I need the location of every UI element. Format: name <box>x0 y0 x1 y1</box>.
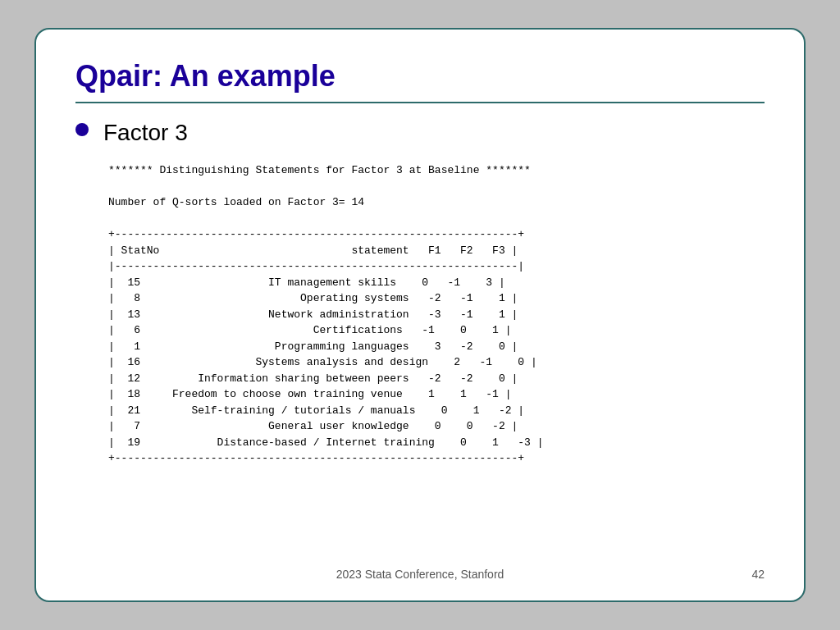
slide-title: Qpair: An example <box>75 59 765 94</box>
slide: Qpair: An example Factor 3 ******* Disti… <box>34 28 806 602</box>
table-row-4: | 1 Programming languages 3 -2 0 | <box>108 340 518 353</box>
title-divider <box>75 102 765 103</box>
table-row-6: | 12 Information sharing between peers -… <box>108 372 518 385</box>
table-row-5: | 16 Systems analysis and design 2 -1 0 … <box>108 356 537 368</box>
table-row-1: | 8 Operating systems -2 -1 1 | <box>108 292 518 304</box>
table-col-divider: |---------------------------------------… <box>108 260 524 272</box>
table-col-header: | StatNo statement F1 F2 F3 | <box>108 244 518 257</box>
table-row-10: | 19 Distance-based / Internet training … <box>108 436 544 449</box>
table-row-2: | 13 Network administration -3 -1 1 | <box>108 308 518 321</box>
table-row-7: | 18 Freedom to choose own training venu… <box>108 388 511 400</box>
footer-conference: 2023 Stata Conference, Stanford <box>125 568 715 581</box>
table-row-3: | 6 Certifications -1 0 1 | <box>108 324 511 336</box>
table-row-9: | 7 General user knowledge 0 0 -2 | <box>108 420 518 432</box>
content-area: Factor 3 ******* Distinguishing Statemen… <box>75 120 765 559</box>
footer-page: 42 <box>715 568 765 581</box>
table-top-border: +---------------------------------------… <box>108 228 524 240</box>
code-header1: ******* Distinguishing Statements for Fa… <box>108 164 531 176</box>
table-row-8: | 21 Self-training / tutorials / manuals… <box>108 404 524 417</box>
code-block: ******* Distinguishing Statements for Fa… <box>108 162 765 467</box>
table-bottom-border: +---------------------------------------… <box>108 452 524 464</box>
bullet-text-factor3: Factor 3 <box>103 120 188 146</box>
bullet-item-factor3: Factor 3 <box>75 120 765 146</box>
bullet-dot <box>75 123 89 136</box>
code-header2: Number of Q-sorts loaded on Factor 3= 14 <box>108 196 364 208</box>
table-row-0: | 15 IT management skills 0 -1 3 | <box>108 276 505 289</box>
slide-footer: 2023 Stata Conference, Stanford 42 <box>75 559 765 581</box>
